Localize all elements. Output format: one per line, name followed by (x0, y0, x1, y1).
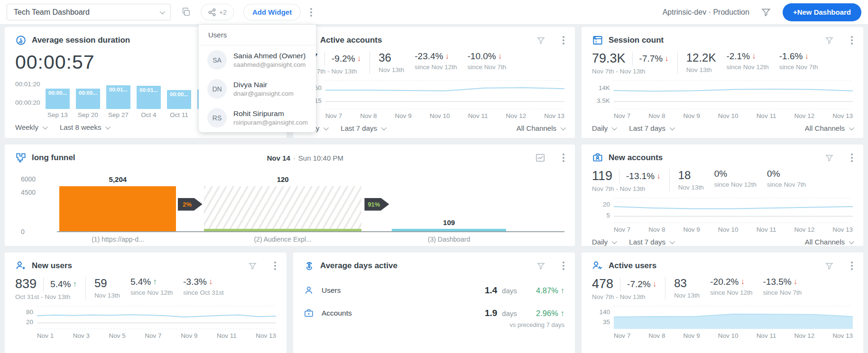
date-range-select[interactable]: Last 7 days (629, 124, 674, 132)
top-bar: Tech Team Dashboard +2 Add Widget Aptrin… (0, 0, 868, 25)
x-axis-tick: Nov 13 (544, 112, 564, 119)
widget-kebab-icon[interactable] (274, 262, 276, 270)
x-axis-tick: Nov 9 (395, 112, 412, 119)
widget-kebab-icon[interactable] (851, 262, 853, 270)
x-axis-tick: Nov 1 (37, 332, 54, 339)
channels-select[interactable]: All Channels (805, 124, 853, 132)
trend-arrow-icon: ↑ (561, 309, 565, 318)
avatar: DN (207, 79, 227, 99)
date-range-select[interactable]: Last 7 days (341, 124, 385, 132)
x-axis-tick: Nov 7 (614, 112, 630, 119)
line-chart: 205 (592, 197, 853, 224)
conversion-rate-badge: 91% (364, 198, 389, 211)
widget-kebab-icon[interactable] (851, 36, 853, 45)
x-axis-tick: Nov 12 (794, 112, 814, 119)
funnel-step-bar[interactable] (59, 186, 176, 231)
widget-title: Active users (609, 261, 656, 271)
date-range-select[interactable]: Last 8 weeks (60, 123, 110, 131)
x-axis-tick: Nov 10 (718, 332, 739, 339)
shared-users-button[interactable]: +2 (201, 4, 234, 20)
granularity-select[interactable]: Daily (592, 124, 616, 132)
line-chart: 5015 (304, 80, 564, 110)
x-axis-labels: Nov 7Nov 8Nov 9Nov 10Nov 11Nov 12Nov 13 (614, 112, 853, 119)
kpi-stats: 839 5.4%↑ Oct 31st - Nov 13th 59Nov 13th… (15, 277, 276, 300)
duration-bar[interactable]: 00:01... (137, 86, 161, 109)
widget-kebab-icon[interactable] (563, 154, 564, 162)
granularity-select[interactable]: Weekly (15, 123, 46, 131)
kpi-stats: 119 -13.1%↓ Nov 7th - Nov 13th 18Nov 13t… (592, 169, 853, 192)
widget-kebab-icon[interactable] (563, 36, 564, 45)
briefcase-icon (304, 308, 314, 318)
widget-filter-icon[interactable] (825, 154, 834, 163)
widget-filter-icon[interactable] (536, 36, 545, 45)
x-axis-tick: Oct 4 (137, 111, 161, 118)
share-count-badge: +2 (219, 9, 227, 16)
x-axis-tick: Nov 5 (109, 332, 126, 339)
add-widget-button[interactable]: Add Widget (243, 4, 301, 20)
widget-kebab-icon[interactable] (851, 154, 853, 162)
widget-kebab-icon[interactable] (563, 262, 564, 270)
x-axis-tick: Nov 12 (506, 112, 526, 119)
widget-filter-icon[interactable] (825, 262, 834, 271)
widget-filter-icon[interactable] (248, 262, 257, 271)
channels-select[interactable]: All Channels (805, 238, 853, 246)
funnel-converted-strip (204, 229, 361, 231)
add-user-icon (15, 260, 27, 272)
line-chart: 8020 (15, 305, 276, 330)
bar-value-label: 00:01... (106, 87, 130, 92)
funnel-step-value: 109 (392, 218, 506, 226)
duration-bar[interactable]: 00:00... (167, 90, 191, 109)
global-filter-icon[interactable] (761, 7, 771, 18)
new-dashboard-button[interactable]: +New Dashboard (783, 3, 861, 21)
user-list-item[interactable]: RS Rohit Siripuram rsiripuram@gainsight.… (199, 103, 316, 132)
trend-arrow-icon: ↓ (445, 52, 449, 61)
shared-users-dropdown: Users SA Sania Ahmed (Owner) saahmed@gai… (199, 25, 316, 132)
x-axis-tick: Nov 7 (614, 332, 630, 339)
x-axis-tick: Nov 8 (648, 332, 665, 339)
duration-bar[interactable]: 00:00... (46, 89, 70, 109)
dashboard-menu-kebab-icon[interactable] (310, 8, 312, 17)
x-axis-tick: Nov 12 (794, 332, 814, 339)
funnel-step-bar[interactable] (204, 186, 361, 231)
channels-select[interactable]: All Channels (517, 124, 564, 132)
widget-active-accounts: Active accounts 57 -9.2%↓ Nov 7th - Nov … (293, 27, 575, 138)
x-axis-labels: Nov 7Nov 8Nov 9Nov 10Nov 11Nov 12Nov 13 (325, 112, 564, 119)
area-chart: 14035 (592, 305, 853, 330)
user-email: dnair@gainsight.com (233, 90, 294, 97)
x-axis-tick: Nov 13 (256, 332, 276, 339)
user-icon (304, 285, 314, 296)
active-user-icon (592, 260, 603, 272)
granularity-select[interactable]: Daily (592, 238, 616, 246)
chevron-down-icon (105, 124, 111, 129)
trend-arrow-icon: ↓ (656, 172, 661, 181)
dashboard-selector[interactable]: Tech Team Dashboard (7, 4, 171, 20)
x-axis-tick: Nov 13 (832, 332, 853, 339)
x-axis-tick: Nov 13 (832, 112, 853, 119)
bar-value-label: 00:00... (46, 90, 70, 96)
widget-title: long funnel (32, 153, 75, 163)
x-axis-tick: Nov 9 (683, 332, 700, 339)
widget-filter-icon[interactable] (536, 262, 545, 271)
x-axis-tick: Oct 11 (167, 111, 191, 118)
widget-filter-icon[interactable] (825, 36, 834, 45)
user-list-item[interactable]: DN Divya Nair dnair@gainsight.com (199, 74, 316, 103)
avatar: SA (207, 50, 227, 70)
y-axis-tick: 4500 (21, 189, 36, 196)
funnel-step-bar[interactable] (392, 229, 506, 231)
date-range-select[interactable]: Last 7 days (629, 238, 674, 246)
x-axis-labels: Nov 1Nov 3Nov 5Nov 7Nov 9Nov 11Nov 13 (37, 332, 276, 339)
x-axis-tick: Nov 8 (648, 226, 665, 233)
widget-title: New accounts (609, 153, 663, 163)
bar-value-label: 00:00... (167, 91, 191, 97)
kpi-stats: 478 -7.2%↓ Nov 7th - Nov 13th 83Nov 13th… (592, 277, 853, 300)
user-list-item[interactable]: SA Sania Ahmed (Owner) saahmed@gainsight… (199, 45, 316, 74)
funnel-step-label: (3) Dashboard (392, 235, 506, 243)
duration-bar[interactable]: 00:00... (76, 89, 100, 109)
trend-chart-toggle-icon[interactable] (535, 153, 545, 163)
duplicate-dashboard-icon[interactable] (181, 7, 191, 17)
duration-bar[interactable]: 00:01... (106, 85, 130, 109)
x-axis-tick: Nov 7 (145, 332, 161, 339)
widget-title: Average session duration (32, 36, 130, 45)
trend-arrow-icon: ↑ (73, 280, 77, 289)
user-name: Rohit Siripuram (233, 109, 308, 118)
